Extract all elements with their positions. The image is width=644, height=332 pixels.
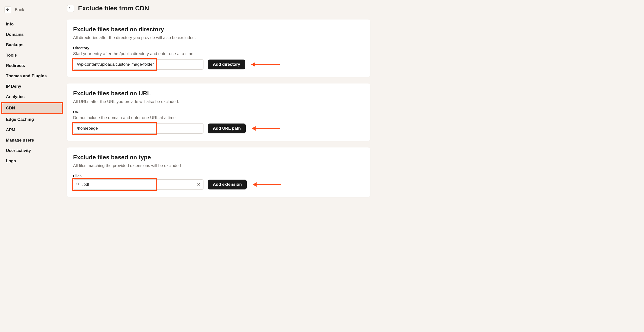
arrow-line-icon: [256, 128, 280, 129]
sidebar-item-apm[interactable]: APM: [2, 125, 62, 135]
sidebar-item-themes-and-plugins[interactable]: Themes and Plugins: [2, 71, 62, 81]
input-row-url: Add URL path: [73, 123, 364, 134]
arrow-left-icon: [6, 8, 10, 12]
field-label-url: URL: [73, 110, 364, 114]
sidebar-item-ip-deny[interactable]: IP Deny: [2, 82, 62, 92]
card-exclude-type: Exclude files based on type All files ma…: [67, 148, 370, 197]
clear-input-button[interactable]: ✕: [197, 182, 200, 187]
annotation-highlight-sidebar-cdn: CDN: [1, 102, 63, 114]
card-exclude-url: Exclude files based on URL All URLs afte…: [67, 84, 370, 141]
annotation-arrow-url: [252, 126, 280, 131]
arrow-head-icon: [251, 62, 255, 67]
close-icon: ✕: [197, 182, 200, 187]
arrow-line-icon: [255, 64, 280, 65]
sidebar: Back Info Domains Backups Tools Redirect…: [0, 0, 64, 332]
sidebar-item-tools[interactable]: Tools: [2, 50, 62, 60]
sidebar-nav: Info Domains Backups Tools Redirects The…: [2, 19, 62, 166]
sidebar-item-manage-users[interactable]: Manage users: [2, 135, 62, 145]
url-input[interactable]: [73, 123, 204, 134]
arrow-head-icon: [252, 126, 256, 131]
field-hint-url: Do not include the domain and enter one …: [73, 115, 364, 120]
sidebar-back-button[interactable]: [4, 6, 11, 13]
field-label-directory: Directory: [73, 46, 364, 50]
sidebar-item-logs[interactable]: Logs: [2, 156, 62, 166]
sidebar-item-cdn[interactable]: CDN: [2, 103, 62, 113]
sidebar-item-info[interactable]: Info: [2, 19, 62, 29]
card-description: All directories after the directory you …: [73, 35, 364, 40]
sidebar-item-domains[interactable]: Domains: [2, 30, 62, 40]
add-url-path-button[interactable]: Add URL path: [208, 124, 246, 134]
input-wrap-type: ✕: [73, 179, 204, 190]
page-back-button[interactable]: [67, 5, 74, 12]
page-header: Exclude files from CDN: [67, 4, 370, 12]
card-description: All files matching the provided extensio…: [73, 163, 364, 168]
arrow-head-icon: [252, 182, 256, 187]
directory-input[interactable]: [73, 59, 204, 70]
main-content: Exclude files from CDN Exclude files bas…: [64, 0, 375, 332]
annotation-arrow-type: [252, 182, 281, 187]
sidebar-item-analytics[interactable]: Analytics: [2, 92, 62, 102]
field-label-files: Files: [73, 174, 364, 178]
sidebar-back-row: Back: [2, 5, 62, 19]
input-wrap-url: [73, 123, 204, 134]
card-title: Exclude files based on URL: [73, 90, 364, 97]
field-hint-directory: Start your entry after the /public direc…: [73, 52, 364, 56]
sidebar-item-redirects[interactable]: Redirects: [2, 61, 62, 71]
card-description: All URLs after the URL you provide will …: [73, 99, 364, 104]
input-wrap-directory: [73, 59, 204, 70]
sidebar-back-label: Back: [15, 8, 24, 12]
page-title: Exclude files from CDN: [78, 4, 149, 12]
arrow-line-icon: [256, 184, 281, 185]
input-row-directory: Add directory: [73, 59, 364, 70]
add-extension-button[interactable]: Add extension: [208, 180, 247, 190]
annotation-arrow-directory: [251, 62, 280, 67]
add-directory-button[interactable]: Add directory: [208, 60, 245, 70]
sidebar-item-user-activity[interactable]: User activity: [2, 146, 62, 156]
card-title: Exclude files based on directory: [73, 26, 364, 33]
arrow-left-icon: [69, 6, 72, 10]
files-input[interactable]: [73, 179, 204, 190]
sidebar-item-backups[interactable]: Backups: [2, 40, 62, 50]
card-title: Exclude files based on type: [73, 154, 364, 161]
input-row-type: ✕ Add extension: [73, 179, 364, 190]
sidebar-item-edge-caching[interactable]: Edge Caching: [2, 114, 62, 124]
card-exclude-directory: Exclude files based on directory All dir…: [67, 20, 370, 77]
